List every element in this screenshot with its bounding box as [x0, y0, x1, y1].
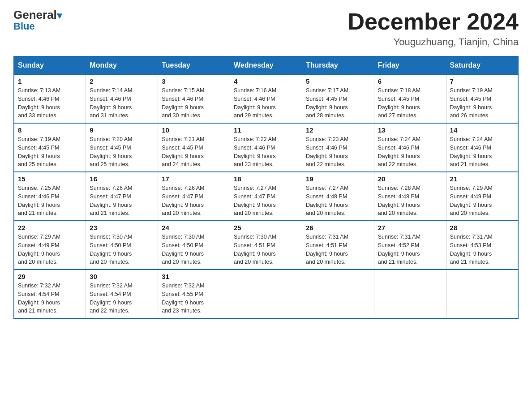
day-number: 25	[234, 224, 298, 231]
day-info: Sunrise: 7:22 AMSunset: 4:46 PMDaylight:…	[234, 136, 276, 167]
calendar-day-cell: 7 Sunrise: 7:19 AMSunset: 4:45 PMDayligh…	[446, 74, 518, 123]
day-number: 15	[18, 175, 82, 183]
calendar-day-cell: 28 Sunrise: 7:31 AMSunset: 4:53 PMDaylig…	[446, 221, 518, 270]
day-number: 12	[306, 126, 370, 134]
calendar-day-cell: 26 Sunrise: 7:31 AMSunset: 4:51 PMDaylig…	[302, 221, 374, 270]
logo-blue-text: Blue	[13, 21, 35, 31]
day-of-week-header: Tuesday	[158, 56, 230, 74]
day-info: Sunrise: 7:31 AMSunset: 4:51 PMDaylight:…	[306, 234, 348, 265]
calendar-day-cell: 4 Sunrise: 7:16 AMSunset: 4:46 PMDayligh…	[230, 74, 302, 123]
day-info: Sunrise: 7:30 AMSunset: 4:51 PMDaylight:…	[234, 234, 276, 265]
day-info: Sunrise: 7:29 AMSunset: 4:49 PMDaylight:…	[450, 185, 493, 216]
calendar-day-cell: 9 Sunrise: 7:20 AMSunset: 4:45 PMDayligh…	[86, 123, 158, 172]
calendar-day-cell	[302, 270, 374, 318]
day-info: Sunrise: 7:24 AMSunset: 4:46 PMDaylight:…	[378, 136, 420, 167]
day-number: 3	[162, 77, 226, 85]
calendar-day-cell: 25 Sunrise: 7:30 AMSunset: 4:51 PMDaylig…	[230, 221, 302, 270]
calendar-week-row: 29 Sunrise: 7:32 AMSunset: 4:54 PMDaylig…	[14, 270, 518, 318]
day-number: 5	[306, 77, 370, 85]
calendar-week-row: 15 Sunrise: 7:25 AMSunset: 4:46 PMDaylig…	[14, 172, 518, 221]
day-number: 9	[90, 126, 154, 134]
page-header: General Blue December 2024 Youguzhuang, …	[13, 9, 519, 48]
calendar-day-cell: 11 Sunrise: 7:22 AMSunset: 4:46 PMDaylig…	[230, 123, 302, 172]
day-number: 28	[450, 224, 514, 231]
day-info: Sunrise: 7:30 AMSunset: 4:50 PMDaylight:…	[90, 234, 132, 265]
calendar-table: SundayMondayTuesdayWednesdayThursdayFrid…	[13, 56, 519, 319]
day-number: 30	[90, 273, 154, 280]
day-info: Sunrise: 7:32 AMSunset: 4:54 PMDaylight:…	[90, 283, 132, 314]
day-info: Sunrise: 7:24 AMSunset: 4:46 PMDaylight:…	[450, 136, 493, 167]
day-info: Sunrise: 7:31 AMSunset: 4:53 PMDaylight:…	[450, 234, 493, 265]
day-number: 11	[234, 126, 298, 134]
day-of-week-header: Friday	[374, 56, 446, 74]
calendar-day-cell: 1 Sunrise: 7:13 AMSunset: 4:46 PMDayligh…	[14, 74, 86, 123]
day-number: 19	[306, 175, 370, 183]
day-number: 17	[162, 175, 226, 183]
calendar-day-cell: 8 Sunrise: 7:19 AMSunset: 4:45 PMDayligh…	[14, 123, 86, 172]
day-number: 16	[90, 175, 154, 183]
day-number: 8	[18, 126, 82, 134]
day-info: Sunrise: 7:17 AMSunset: 4:45 PMDaylight:…	[306, 87, 348, 119]
day-info: Sunrise: 7:30 AMSunset: 4:50 PMDaylight:…	[162, 234, 204, 265]
calendar-day-cell: 20 Sunrise: 7:28 AMSunset: 4:48 PMDaylig…	[374, 172, 446, 221]
day-info: Sunrise: 7:32 AMSunset: 4:55 PMDaylight:…	[162, 283, 204, 314]
day-info: Sunrise: 7:14 AMSunset: 4:46 PMDaylight:…	[90, 87, 132, 119]
calendar-day-cell: 13 Sunrise: 7:24 AMSunset: 4:46 PMDaylig…	[374, 123, 446, 172]
day-info: Sunrise: 7:15 AMSunset: 4:46 PMDaylight:…	[162, 87, 204, 119]
day-info: Sunrise: 7:23 AMSunset: 4:46 PMDaylight:…	[306, 136, 348, 167]
calendar-day-cell: 22 Sunrise: 7:29 AMSunset: 4:49 PMDaylig…	[14, 221, 86, 270]
day-info: Sunrise: 7:16 AMSunset: 4:46 PMDaylight:…	[234, 87, 276, 119]
day-number: 27	[378, 224, 442, 231]
day-number: 14	[450, 126, 514, 134]
day-of-week-header: Thursday	[302, 56, 374, 74]
day-of-week-header: Monday	[86, 56, 158, 74]
calendar-day-cell: 29 Sunrise: 7:32 AMSunset: 4:54 PMDaylig…	[14, 270, 86, 318]
calendar-day-cell: 14 Sunrise: 7:24 AMSunset: 4:46 PMDaylig…	[446, 123, 518, 172]
day-number: 7	[450, 77, 514, 85]
day-info: Sunrise: 7:31 AMSunset: 4:52 PMDaylight:…	[378, 234, 420, 265]
day-number: 26	[306, 224, 370, 231]
calendar-week-row: 8 Sunrise: 7:19 AMSunset: 4:45 PMDayligh…	[14, 123, 518, 172]
day-number: 4	[234, 77, 298, 85]
calendar-day-cell	[374, 270, 446, 318]
day-of-week-header: Wednesday	[230, 56, 302, 74]
logo-arrow	[56, 11, 64, 19]
calendar-day-cell: 16 Sunrise: 7:26 AMSunset: 4:47 PMDaylig…	[86, 172, 158, 221]
location-subtitle: Youguzhuang, Tianjin, China	[348, 36, 519, 48]
logo-general-text: General	[13, 9, 63, 21]
calendar-day-cell: 21 Sunrise: 7:29 AMSunset: 4:49 PMDaylig…	[446, 172, 518, 221]
day-info: Sunrise: 7:21 AMSunset: 4:45 PMDaylight:…	[162, 136, 204, 167]
calendar-day-cell	[446, 270, 518, 318]
calendar-day-cell: 30 Sunrise: 7:32 AMSunset: 4:54 PMDaylig…	[86, 270, 158, 318]
calendar-week-row: 22 Sunrise: 7:29 AMSunset: 4:49 PMDaylig…	[14, 221, 518, 270]
title-block: December 2024 Youguzhuang, Tianjin, Chin…	[348, 9, 519, 48]
day-info: Sunrise: 7:27 AMSunset: 4:48 PMDaylight:…	[306, 185, 348, 216]
logo: General Blue	[13, 9, 63, 31]
day-info: Sunrise: 7:13 AMSunset: 4:46 PMDaylight:…	[18, 87, 60, 119]
calendar-day-cell: 12 Sunrise: 7:23 AMSunset: 4:46 PMDaylig…	[302, 123, 374, 172]
day-number: 29	[18, 273, 82, 280]
calendar-day-cell: 10 Sunrise: 7:21 AMSunset: 4:45 PMDaylig…	[158, 123, 230, 172]
day-number: 31	[162, 273, 226, 280]
calendar-day-cell: 18 Sunrise: 7:27 AMSunset: 4:47 PMDaylig…	[230, 172, 302, 221]
day-of-week-header: Sunday	[14, 56, 86, 74]
calendar-day-cell: 27 Sunrise: 7:31 AMSunset: 4:52 PMDaylig…	[374, 221, 446, 270]
day-info: Sunrise: 7:28 AMSunset: 4:48 PMDaylight:…	[378, 185, 420, 216]
day-number: 1	[18, 77, 82, 85]
day-number: 10	[162, 126, 226, 134]
day-info: Sunrise: 7:20 AMSunset: 4:45 PMDaylight:…	[90, 136, 132, 167]
day-number: 21	[450, 175, 514, 183]
day-info: Sunrise: 7:25 AMSunset: 4:46 PMDaylight:…	[18, 185, 60, 216]
day-number: 24	[162, 224, 226, 231]
calendar-day-cell: 15 Sunrise: 7:25 AMSunset: 4:46 PMDaylig…	[14, 172, 86, 221]
calendar-day-cell	[230, 270, 302, 318]
day-number: 23	[90, 224, 154, 231]
calendar-header-row: SundayMondayTuesdayWednesdayThursdayFrid…	[14, 56, 518, 74]
calendar-day-cell: 17 Sunrise: 7:26 AMSunset: 4:47 PMDaylig…	[158, 172, 230, 221]
day-number: 22	[18, 224, 82, 231]
day-info: Sunrise: 7:26 AMSunset: 4:47 PMDaylight:…	[162, 185, 204, 216]
day-number: 13	[378, 126, 442, 134]
calendar-day-cell: 24 Sunrise: 7:30 AMSunset: 4:50 PMDaylig…	[158, 221, 230, 270]
calendar-day-cell: 31 Sunrise: 7:32 AMSunset: 4:55 PMDaylig…	[158, 270, 230, 318]
calendar-day-cell: 19 Sunrise: 7:27 AMSunset: 4:48 PMDaylig…	[302, 172, 374, 221]
